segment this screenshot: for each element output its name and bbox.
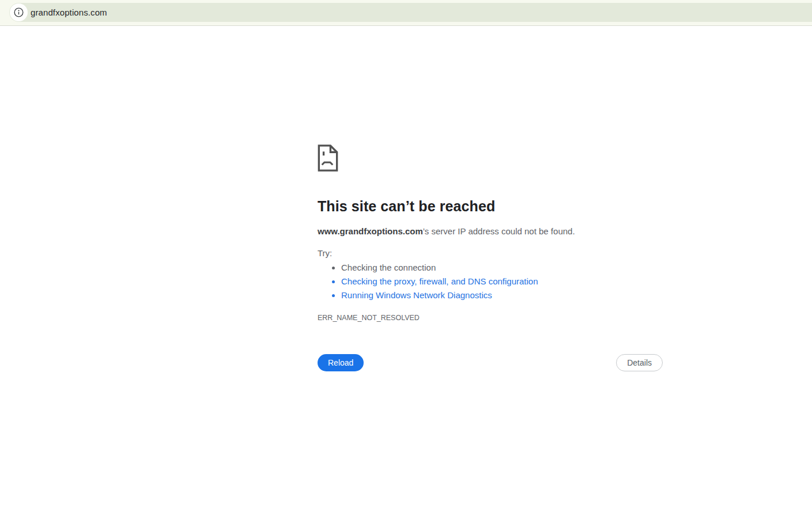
- error-content: This site can’t be reached www.grandfxop…: [318, 145, 663, 371]
- browser-toolbar: grandfxoptions.com: [0, 0, 812, 26]
- sad-file-icon: [318, 145, 338, 172]
- error-title: This site can’t be reached: [318, 198, 663, 215]
- address-bar[interactable]: grandfxoptions.com: [9, 3, 812, 22]
- details-button[interactable]: Details: [616, 354, 663, 371]
- try-label: Try:: [318, 248, 663, 259]
- site-info-chip[interactable]: [10, 3, 28, 21]
- suggestion-proxy-firewall-dns-link[interactable]: Checking the proxy, firewall, and DNS co…: [341, 275, 663, 288]
- suggestion-network-diagnostics-link[interactable]: Running Windows Network Diagnostics: [341, 288, 663, 302]
- info-icon: [14, 7, 24, 17]
- suggestion-list: Checking the connection Checking the pro…: [318, 261, 663, 302]
- error-message: www.grandfxoptions.com’s server IP addre…: [318, 226, 663, 237]
- error-code: ERR_NAME_NOT_RESOLVED: [318, 314, 663, 322]
- error-message-rest: ’s server IP address could not be found.: [423, 226, 575, 236]
- address-bar-url[interactable]: grandfxoptions.com: [31, 7, 107, 17]
- suggestion-checking-connection: Checking the connection: [341, 261, 663, 275]
- error-page: This site can’t be reached www.grandfxop…: [0, 26, 812, 531]
- reload-button[interactable]: Reload: [318, 354, 364, 371]
- error-domain: www.grandfxoptions.com: [318, 226, 423, 236]
- button-row: Reload Details: [318, 354, 663, 371]
